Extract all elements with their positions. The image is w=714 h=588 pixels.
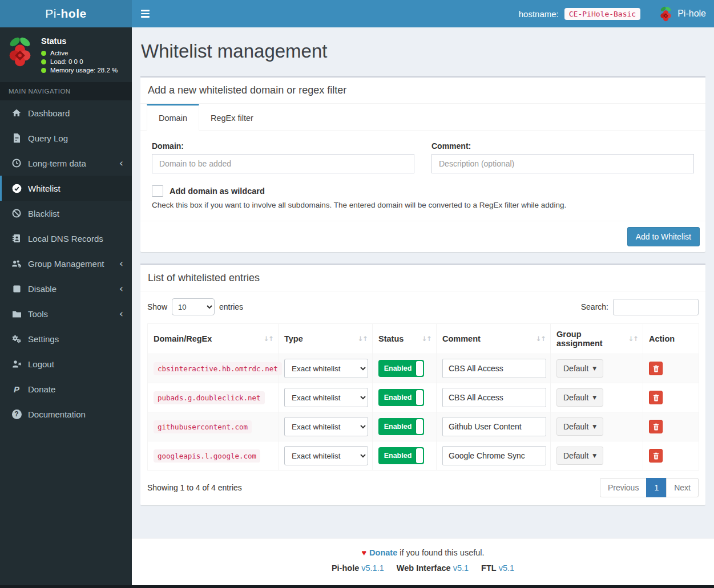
version-link[interactable]: v5.1 (453, 563, 469, 573)
toggle-knob (416, 361, 423, 376)
pagination-previous-button[interactable]: Previous (600, 478, 647, 497)
group-assignment-button[interactable]: Default▼ (556, 447, 603, 465)
delete-entry-button[interactable] (649, 449, 663, 463)
heart-icon: ♥ (361, 548, 366, 557)
delete-entry-button[interactable] (649, 362, 663, 375)
window-bottom-edge (0, 585, 714, 588)
pagination-page-1-button[interactable]: 1 (646, 478, 667, 497)
delete-entry-button[interactable] (649, 420, 663, 433)
status-toggle[interactable]: Enabled (378, 360, 424, 377)
pihole-raspberry-icon (6, 35, 34, 68)
delete-entry-button[interactable] (649, 391, 663, 404)
sidebar-item-dashboard[interactable]: Dashboard (0, 100, 132, 125)
address-book-icon (10, 234, 23, 243)
row-comment-input[interactable] (442, 446, 546, 465)
footer-donate-text: if you found this useful. (397, 548, 484, 557)
type-select[interactable]: Exact whitelist (284, 417, 368, 436)
row-comment-input[interactable] (442, 417, 546, 436)
chevron-left-icon: ‹ (119, 283, 123, 294)
sidebar-item-tools[interactable]: Tools ‹ (0, 301, 132, 326)
sidebar-item-whitelist[interactable]: Whitelist (0, 176, 132, 201)
nav-section-label: MAIN NAVIGATION (0, 82, 132, 100)
add-panel-tabs: Domain RegEx filter (140, 104, 705, 131)
clock-icon (10, 159, 23, 168)
add-to-whitelist-button[interactable]: Add to Whitelist (627, 227, 700, 246)
sidebar-item-query-log[interactable]: Query Log (0, 125, 132, 151)
wildcard-help-text: Check this box if you want to involve al… (152, 201, 694, 209)
col-domain-regex[interactable]: Domain/RegEx↓↑ (148, 324, 279, 354)
sort-icon: ↓↑ (264, 335, 273, 343)
page-title: Whitelist management (141, 40, 705, 62)
toggle-knob (416, 448, 423, 463)
status-memory: Memory usage: 28.2 % (50, 67, 118, 74)
status-load: Load: 0 0 0 (50, 58, 83, 65)
home-icon (10, 108, 23, 117)
col-comment[interactable]: Comment↓↑ (437, 324, 551, 354)
trash-icon (653, 452, 659, 460)
status-dot-icon (41, 59, 46, 64)
type-select[interactable]: Exact whitelist (284, 446, 368, 465)
sidebar-item-local-dns-records[interactable]: Local DNS Records (0, 226, 132, 251)
col-group-assignment[interactable]: Group assignment↓↑ (551, 324, 643, 354)
footer-donate-link[interactable]: Donate (369, 548, 397, 557)
col-type[interactable]: Type↓↑ (279, 324, 373, 354)
caret-down-icon: ▼ (592, 424, 596, 429)
header-brand-link[interactable]: Pi-hole (677, 9, 706, 19)
sidebar-item-group-management[interactable]: Group Management ‹ (0, 251, 132, 276)
status-toggle[interactable]: Enabled (378, 418, 424, 435)
comment-input[interactable] (431, 154, 694, 173)
wildcard-checkbox[interactable] (152, 185, 163, 197)
group-assignment-button[interactable]: Default▼ (556, 388, 603, 407)
status-title: Status (41, 37, 118, 46)
domain-value: pubads.g.doubleclick.net (154, 391, 265, 404)
status-toggle[interactable]: Enabled (378, 389, 424, 406)
group-assignment-button[interactable]: Default▼ (556, 359, 603, 378)
status-dot-icon (41, 68, 46, 73)
sidebar-item-long-term-data[interactable]: Long-term data ‹ (0, 151, 132, 176)
check-circle-icon (10, 184, 23, 193)
row-comment-input[interactable] (442, 388, 546, 407)
gears-icon (10, 334, 23, 343)
sidebar-item-donate[interactable]: P Donate (0, 376, 132, 402)
header-brand[interactable]: Pi-hole (659, 6, 706, 22)
col-status[interactable]: Status↓↑ (373, 324, 437, 354)
trash-icon (653, 423, 659, 431)
pagination-next-button[interactable]: Next (666, 478, 699, 497)
type-select[interactable]: Exact whitelist (284, 359, 368, 378)
version-link[interactable]: v5.1 (499, 563, 514, 573)
toggle-knob (416, 419, 423, 434)
domain-value: cbsinteractive.hb.omtrdc.net (154, 362, 282, 375)
sidebar-item-label: Group Management (28, 259, 104, 269)
table-row: googleapis.l.google.com Exact whitelist … (148, 441, 699, 471)
version-link[interactable]: v5.1.1 (361, 563, 384, 573)
hostname-label: hostname: (519, 9, 559, 19)
status-toggle[interactable]: Enabled (378, 447, 424, 464)
sidebar-item-label: Disable (28, 284, 57, 294)
row-comment-input[interactable] (442, 359, 546, 378)
sidebar-toggle-button[interactable] (132, 0, 158, 27)
sidebar-item-disable[interactable]: Disable ‹ (0, 276, 132, 301)
sidebar-item-label: Blacklist (28, 209, 59, 218)
domain-input[interactable] (152, 154, 414, 173)
sidebar-item-logout[interactable]: Logout (0, 351, 132, 376)
pagination: Previous 1 Next (600, 478, 699, 497)
type-select[interactable]: Exact whitelist (284, 388, 368, 407)
sidebar: Status Active Load: 0 0 0 Memory usage: … (0, 27, 132, 588)
page-size-select[interactable]: 10 (172, 298, 215, 315)
sidebar-item-label: Donate (28, 384, 55, 394)
top-navbar: hostname: CE-PiHole-Basic Pi-hole (132, 0, 714, 27)
sidebar-item-documentation[interactable]: ? Documentation (0, 402, 132, 427)
tab-regex-filter[interactable]: RegEx filter (199, 104, 265, 131)
hostname-badge: CE-PiHole-Basic (564, 8, 640, 20)
pihole-admin-app: Pi-hole hostname: CE-PiHole-Basic Pi-hol… (0, 0, 714, 588)
sort-icon: ↓↑ (536, 335, 546, 343)
sidebar-item-blacklist[interactable]: Blacklist (0, 201, 132, 226)
sidebar-item-settings[interactable]: Settings (0, 326, 132, 351)
group-assignment-button[interactable]: Default▼ (556, 417, 603, 436)
tab-domain[interactable]: Domain (147, 104, 199, 131)
logo-bold: hole (61, 7, 87, 21)
sidebar-item-label: Tools (28, 309, 48, 319)
search-input[interactable] (613, 299, 699, 315)
app-logo[interactable]: Pi-hole (0, 0, 132, 27)
add-panel-title: Add a new whitelisted domain or regex fi… (140, 78, 705, 104)
